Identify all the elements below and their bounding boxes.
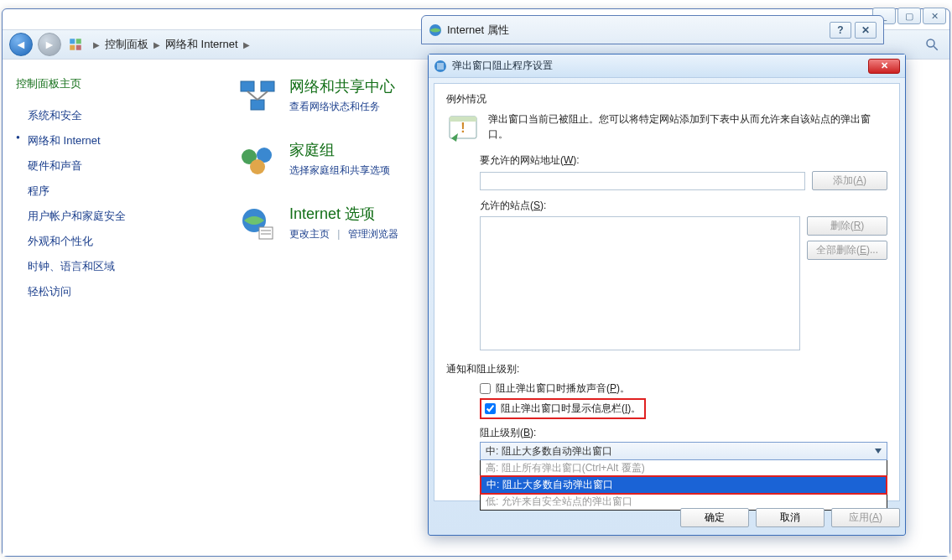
dialog-body: 例外情况 ! 弹出窗口当前已被阻止。您可以将特定网站添加到下表中从而允许来自该站… xyxy=(434,83,900,501)
sidebar-item-clock[interactable]: 时钟、语言和区域 xyxy=(16,254,199,279)
popup-blocker-settings-dialog: 弹出窗口阻止程序设置 ✕ 例外情况 ! 弹出窗口当前已被阻止。您可以将特定网站添… xyxy=(428,54,906,536)
svg-rect-15 xyxy=(259,227,273,239)
chevron-right-icon: ▶ xyxy=(243,40,250,49)
block-level-option-high[interactable]: 高: 阻止所有弹出窗口(Ctrl+Alt 覆盖) xyxy=(481,460,887,476)
globe-icon xyxy=(429,23,442,37)
svg-rect-20 xyxy=(437,63,444,70)
chevron-right-icon: ▶ xyxy=(153,40,160,49)
internet-options-icon xyxy=(237,204,278,244)
category-title[interactable]: Internet 选项 xyxy=(289,204,398,224)
homegroup-icon xyxy=(237,140,278,180)
svg-rect-0 xyxy=(70,39,75,44)
sidebar-item-hardware[interactable]: 硬件和声音 xyxy=(16,153,199,179)
ok-button[interactable]: 确定 xyxy=(680,508,749,527)
sidebar-item-system[interactable]: 系统和安全 xyxy=(16,103,199,128)
category-link[interactable]: 查看网络状态和任务 xyxy=(289,101,380,112)
svg-line-9 xyxy=(247,91,258,100)
allowed-sites-label: 允许的站点(S): xyxy=(480,199,887,213)
nav-forward-button[interactable]: ► xyxy=(38,33,61,56)
category-link[interactable]: 管理浏览器 xyxy=(348,228,398,240)
sidebar-heading[interactable]: 控制面板主页 xyxy=(16,76,199,91)
control-panel-icon xyxy=(66,35,85,54)
sidebar-item-programs[interactable]: 程序 xyxy=(16,179,199,204)
allow-address-label: 要允许的网站地址(W): xyxy=(480,153,887,168)
svg-text:!: ! xyxy=(460,121,465,135)
block-level-combobox[interactable]: 中: 阻止大多数自动弹出窗口 xyxy=(480,442,887,460)
category-title[interactable]: 网络和共享中心 xyxy=(289,76,395,96)
sidebar-item-network[interactable]: 网络和 Internet xyxy=(16,128,199,153)
maximize-button[interactable]: ▢ xyxy=(897,8,921,24)
exceptions-label: 例外情况 xyxy=(446,92,887,106)
svg-rect-6 xyxy=(241,81,254,91)
apply-button[interactable]: 应用(A) xyxy=(831,508,900,527)
help-button[interactable]: ? xyxy=(830,22,851,39)
close-button[interactable]: ✕ xyxy=(923,8,946,24)
svg-point-4 xyxy=(927,39,934,47)
allowed-sites-listbox[interactable] xyxy=(480,216,800,350)
sidebar: 控制面板主页 系统和安全 网络和 Internet 硬件和声音 程序 用户帐户和… xyxy=(3,61,212,319)
svg-line-5 xyxy=(934,46,938,50)
svg-rect-8 xyxy=(251,100,264,110)
svg-line-10 xyxy=(258,91,268,100)
svg-rect-7 xyxy=(261,81,274,91)
block-level-label: 阻止级别(B): xyxy=(480,426,887,440)
nav-back-button[interactable]: ◄ xyxy=(9,33,33,56)
play-sound-checkbox[interactable] xyxy=(480,383,491,394)
dialog-footer: 确定 取消 应用(A) xyxy=(434,505,900,530)
search-icon[interactable] xyxy=(921,34,943,55)
dialog-title: Internet 属性 xyxy=(447,23,509,38)
breadcrumb[interactable]: ▶ 控制面板 ▶ 网络和 Internet ▶ xyxy=(93,37,250,52)
block-level-option-medium[interactable]: 中: 阻止大多数自动弹出窗口 xyxy=(481,477,886,493)
sidebar-item-appearance[interactable]: 外观和个性化 xyxy=(16,229,199,254)
remove-all-button[interactable]: 全部删除(E)... xyxy=(807,241,887,260)
show-infobar-checkbox[interactable] xyxy=(485,403,496,414)
category-title[interactable]: 家庭组 xyxy=(289,140,390,160)
sidebar-item-users[interactable]: 用户帐户和家庭安全 xyxy=(16,204,199,229)
network-sharing-icon xyxy=(237,76,278,117)
category-link[interactable]: 选择家庭组和共享选项 xyxy=(289,164,390,176)
close-button[interactable]: ✕ xyxy=(855,22,877,39)
svg-rect-1 xyxy=(76,39,81,44)
chevron-right-icon: ▶ xyxy=(93,40,100,49)
svg-rect-3 xyxy=(76,45,81,50)
block-level-dropdown: 高: 阻止所有弹出窗口(Ctrl+Alt 覆盖) 中: 阻止大多数自动弹出窗口 … xyxy=(480,459,887,511)
category-link[interactable]: 更改主页 xyxy=(289,228,330,240)
internet-properties-dialog: Internet 属性 ? ✕ xyxy=(421,15,884,44)
settings-icon xyxy=(434,60,447,73)
combo-selected-value: 中: 阻止大多数自动弹出窗口 xyxy=(486,444,612,459)
show-infobar-label: 阻止弹出窗口时显示信息栏(I)。 xyxy=(501,402,641,416)
link-separator: | xyxy=(337,228,340,240)
play-sound-label: 阻止弹出窗口时播放声音(P)。 xyxy=(496,381,630,396)
info-icon: ! xyxy=(446,111,480,145)
close-button[interactable]: ✕ xyxy=(868,59,900,74)
info-text: 弹出窗口当前已被阻止。您可以将特定网站添加到下表中从而允许来自该站点的弹出窗口。 xyxy=(488,111,887,142)
sidebar-item-ease[interactable]: 轻松访问 xyxy=(16,279,199,304)
notification-heading: 通知和阻止级别: xyxy=(446,362,887,376)
allow-address-input[interactable] xyxy=(480,172,805,190)
highlight-option-medium: 中: 阻止大多数自动弹出窗口 xyxy=(480,475,887,495)
cancel-button[interactable]: 取消 xyxy=(756,508,825,527)
highlight-show-infobar: 阻止弹出窗口时显示信息栏(I)。 xyxy=(480,398,646,419)
svg-point-13 xyxy=(250,159,265,174)
breadcrumb-item[interactable]: 控制面板 xyxy=(105,37,148,52)
chevron-down-icon xyxy=(875,449,882,454)
remove-button[interactable]: 删除(R) xyxy=(807,216,887,236)
dialog-title: 弹出窗口阻止程序设置 xyxy=(452,59,553,73)
svg-rect-2 xyxy=(70,45,75,50)
add-button[interactable]: 添加(A) xyxy=(812,171,887,190)
breadcrumb-item[interactable]: 网络和 Internet xyxy=(165,37,238,52)
dialog-titlebar: 弹出窗口阻止程序设置 ✕ xyxy=(429,54,905,78)
